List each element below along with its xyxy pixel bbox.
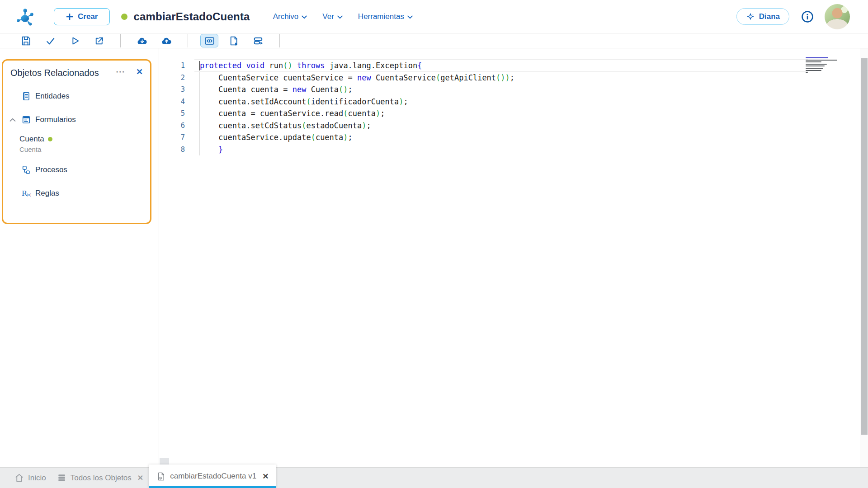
cloud-upload-button[interactable] — [157, 34, 175, 47]
minimap-line — [806, 66, 825, 66]
tab-cambiarestadocuenta-v1[interactable]: cambiarEstadoCuenta v1✕ — [149, 465, 276, 488]
panel-close-icon[interactable]: ✕ — [136, 67, 143, 77]
code-line[interactable]: 2 CuentaService cuentaService = new Cuen… — [159, 72, 859, 84]
code-view-icon — [204, 35, 215, 47]
code-editor[interactable]: 1protected void run() throws java.lang.E… — [159, 48, 868, 467]
vertical-scrollbar[interactable] — [860, 48, 868, 467]
tab-close-icon[interactable]: ✕ — [137, 474, 143, 482]
diana-label: Diana — [759, 12, 780, 21]
line-number: 8 — [159, 145, 194, 154]
minimap-line — [806, 70, 821, 71]
sidebar-item-formularios[interactable]: Formularios — [3, 114, 150, 126]
home-icon — [14, 473, 24, 483]
user-avatar[interactable] — [825, 4, 850, 29]
related-objects-panel: Objetos Relacionados ⋯ ✕ EntidadesFormul… — [2, 59, 151, 224]
sidebar: Objetos Relacionados ⋯ ✕ EntidadesFormul… — [0, 48, 159, 467]
panel-title: Objetos Relacionados — [10, 68, 99, 78]
document-run-icon — [228, 35, 240, 47]
code-line[interactable]: 8 } — [159, 144, 859, 156]
rules-run-button[interactable] — [249, 34, 267, 47]
line-number: 4 — [159, 98, 194, 106]
app-header: Crear cambiarEstadoCuenta ArchivoVerHerr… — [0, 0, 868, 33]
tab-close-icon[interactable]: ✕ — [262, 472, 269, 481]
code-line[interactable]: 7 cuentaService.update(cuenta); — [159, 131, 859, 144]
validate-button[interactable] — [41, 34, 59, 47]
code-text: } — [194, 145, 223, 154]
validate-icon — [45, 35, 56, 47]
processes-icon — [21, 165, 31, 175]
run-button[interactable] — [66, 34, 84, 47]
chevron-down-icon — [407, 12, 413, 21]
text-caret — [199, 61, 200, 70]
line-number: 3 — [159, 85, 194, 94]
run-icon — [69, 35, 80, 47]
code-line[interactable]: 6 cuenta.setCdStatus(estadoCuenta); — [159, 120, 859, 132]
toolbar-separator — [120, 34, 121, 47]
save-button[interactable] — [17, 34, 35, 47]
line-number: 5 — [159, 109, 194, 117]
more-options-icon[interactable]: ⋯ — [116, 66, 126, 77]
sidebar-object-cuenta[interactable]: CuentaCuenta — [3, 134, 150, 153]
toolbar-separator — [188, 34, 188, 47]
svg-text:(x): (x) — [27, 193, 31, 197]
chevron-down-icon — [302, 12, 307, 21]
menu-ver[interactable]: Ver — [321, 9, 344, 24]
line-number: 7 — [159, 133, 194, 141]
code-pane: 1protected void run() throws java.lang.E… — [159, 60, 859, 155]
main-content: Objetos Relacionados ⋯ ✕ EntidadesFormul… — [0, 48, 868, 467]
chevron-up-icon[interactable] — [9, 118, 21, 122]
minimap[interactable] — [806, 57, 837, 74]
code-view-button[interactable] — [200, 34, 218, 47]
menu-label: Herramientas — [358, 12, 404, 21]
toolbar — [0, 33, 868, 48]
cloud-download-icon — [137, 35, 148, 47]
code-text: cuenta.setIdAccount(identificadorCuenta)… — [194, 97, 408, 106]
sidebar-item-procesos[interactable]: Procesos — [3, 164, 150, 176]
cloud-upload-icon — [161, 35, 172, 47]
document-run-button[interactable] — [225, 34, 243, 47]
export-icon — [94, 35, 105, 47]
code-line[interactable]: 1protected void run() throws java.lang.E… — [159, 60, 859, 72]
tab-inicio[interactable]: Inicio — [9, 468, 52, 488]
create-button[interactable]: Crear — [54, 8, 110, 25]
app-window: Crear cambiarEstadoCuenta ArchivoVerHerr… — [0, 0, 868, 488]
minimap-line — [806, 57, 828, 58]
menu-bar: ArchivoVerHerramientas — [272, 9, 414, 24]
line-number: 6 — [159, 122, 194, 130]
code-line[interactable]: 5 cuenta = cuentaService.read(cuenta); — [159, 108, 859, 120]
object-status-dot — [121, 14, 127, 20]
code-line[interactable]: 4 cuenta.setIdAccount(identificadorCuent… — [159, 96, 859, 108]
sidebar-item-label: Entidades — [35, 92, 70, 101]
tab-todos-los-objetos[interactable]: Todos los Objetos✕ — [52, 468, 149, 488]
menu-archivo[interactable]: Archivo — [272, 9, 308, 24]
minimap-line — [806, 68, 823, 69]
info-icon[interactable] — [801, 10, 814, 23]
panel-items: EntidadesFormulariosCuentaCuentaProcesos… — [3, 90, 150, 199]
save-icon — [20, 35, 32, 47]
code-line[interactable]: 3 Cuenta cuenta = new Cuenta(); — [159, 84, 859, 96]
code-text: CuentaService cuentaService = new Cuenta… — [194, 73, 514, 82]
sidebar-item-label: Formularios — [35, 115, 76, 124]
object-name: Cuenta — [19, 135, 44, 144]
tab-label: Todos los Objetos — [71, 474, 132, 483]
tab-label: Inicio — [28, 474, 46, 483]
export-button[interactable] — [90, 34, 108, 47]
menu-herramientas[interactable]: Herramientas — [357, 9, 414, 24]
app-logo — [16, 7, 35, 27]
diana-assistant-button[interactable]: Diana — [736, 8, 789, 25]
cloud-download-button[interactable] — [133, 34, 151, 47]
code-text: cuentaService.update(cuenta); — [194, 133, 353, 142]
menu-label: Archivo — [273, 12, 299, 21]
code-text: cuenta = cuentaService.read(cuenta); — [194, 109, 385, 118]
code-text: cuenta.setCdStatus(estadoCuenta); — [194, 121, 371, 130]
header-right: Diana — [736, 4, 850, 29]
document-gear-icon — [156, 472, 166, 481]
line-number: 1 — [159, 61, 194, 70]
object-sublabel: Cuenta — [19, 145, 150, 153]
toolbar-separator — [279, 34, 280, 47]
sidebar-item-entidades[interactable]: Entidades — [3, 90, 150, 102]
menu-label: Ver — [322, 12, 334, 21]
vertical-scrollbar-thumb[interactable] — [861, 58, 868, 435]
sidebar-item-reglas[interactable]: R(x)Reglas — [3, 188, 150, 199]
tab-bar: InicioTodos los Objetos✕cambiarEstadoCue… — [0, 467, 868, 488]
